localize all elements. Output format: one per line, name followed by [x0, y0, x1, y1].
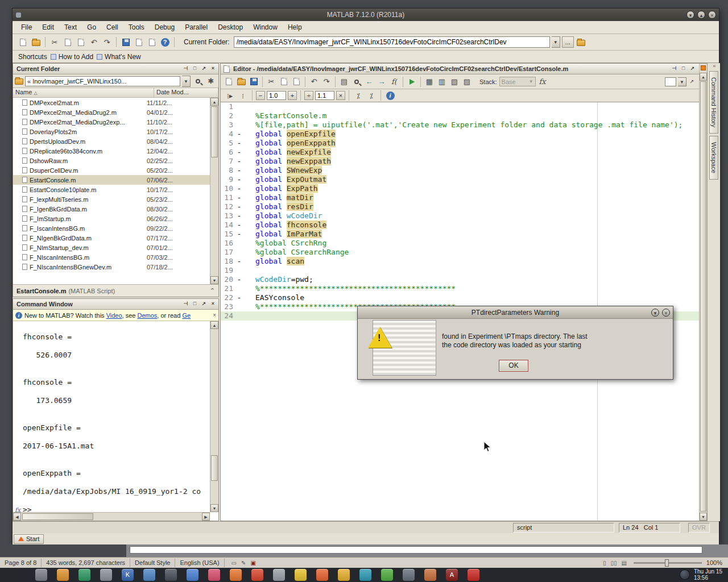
divide-value-button[interactable]: ÷ — [304, 91, 313, 100]
up-one-folder-icon[interactable] — [576, 36, 587, 48]
dialog-titlebar[interactable]: PTdirectParameters Warning ▾ × — [358, 306, 673, 319]
increment-value-field[interactable] — [267, 91, 286, 100]
increment-value-button[interactable]: + — [288, 91, 297, 100]
code-line[interactable]: 15-global ImParMat — [221, 230, 707, 239]
maximize-panel-icon[interactable]: □ — [680, 65, 687, 72]
breakpoint-column[interactable]: - — [235, 175, 243, 184]
multiply-value-button[interactable]: × — [336, 91, 345, 100]
taskbar-app-icon-18[interactable] — [403, 569, 415, 581]
breakpoint-column[interactable]: - — [235, 139, 243, 148]
code-line[interactable]: 1 — [221, 102, 707, 111]
breakpoint-column[interactable]: - — [235, 230, 243, 239]
code-line[interactable]: 18-global scan — [221, 257, 707, 266]
new-file-icon[interactable] — [223, 76, 234, 88]
breakpoint-column[interactable]: - — [235, 202, 243, 211]
zoom-slider[interactable] — [634, 562, 702, 564]
code-line[interactable]: 10-global ExpPath — [221, 184, 707, 193]
code-line[interactable]: 13-global wCodeDir — [221, 211, 707, 221]
mlint-warning-marker[interactable] — [701, 65, 706, 70]
editor-scrollbar[interactable]: ▲ ▼ — [699, 64, 707, 521]
undo-icon[interactable]: ↶ — [88, 36, 100, 48]
taskbar-app-icon-13[interactable] — [295, 569, 307, 581]
scroll-up-icon[interactable]: ▲ — [700, 73, 707, 81]
code-line[interactable]: 5-global openExppath — [221, 139, 707, 148]
code-line[interactable]: 11-global matDir — [221, 193, 707, 202]
breakpoint-column[interactable]: - — [235, 166, 243, 175]
scroll-thumb[interactable] — [22, 513, 93, 520]
menu-item-desktop[interactable]: Desktop — [213, 21, 248, 34]
breakpoint-column[interactable] — [235, 311, 243, 321]
file-row[interactable]: F_IscanIntensBG.m09/22/2... — [13, 223, 210, 233]
scroll-up-icon[interactable]: ▲ — [210, 321, 218, 329]
forward-icon[interactable]: → — [376, 76, 387, 88]
breakpoint-column[interactable]: - — [235, 211, 243, 221]
cut-icon[interactable]: ✂ — [266, 76, 277, 88]
writer-language[interactable]: English (USA) — [180, 559, 219, 566]
split-editor-icon[interactable] — [665, 77, 676, 86]
comment-icon[interactable]: ▨ — [461, 76, 473, 88]
scroll-left-icon[interactable]: ◀ — [13, 513, 21, 521]
dialog-close-button[interactable]: × — [662, 309, 670, 317]
file-row[interactable]: DMPexcel2mat_MediaDrug2.m04/01/2... — [13, 107, 210, 117]
file-row[interactable]: F_NIscanIntensBGnewDev.m07/18/2... — [13, 262, 210, 272]
help-icon[interactable]: ? — [159, 36, 171, 48]
editor-panel-title[interactable]: Editor - /media/data/EASY/InovImager_jwr… — [221, 64, 707, 74]
stack-select[interactable]: Base▼ — [499, 77, 536, 86]
dock-icon[interactable]: ⊣ — [182, 65, 189, 72]
taskbar-app-icon-6[interactable] — [143, 569, 155, 581]
cut-icon[interactable]: ✂ — [49, 36, 60, 48]
fx-icon[interactable]: fx — [537, 76, 548, 88]
copy-icon[interactable] — [278, 76, 289, 88]
banner-link[interactable]: Video — [106, 312, 122, 319]
zoom-slider-thumb[interactable] — [665, 559, 669, 567]
scroll-down-icon[interactable]: ▼ — [210, 504, 218, 512]
file-row[interactable]: DoverlayPlots2m10/17/2... — [13, 127, 210, 136]
command-window-vscrollbar[interactable]: ▲ ▼ — [210, 321, 218, 512]
file-row[interactable]: F_NImStartup_dev.m07/01/2... — [13, 243, 210, 252]
actions-gear-icon[interactable]: ✱ — [205, 76, 217, 87]
taskbar-app-icon-1[interactable] — [35, 569, 47, 581]
redo-icon[interactable]: ↷ — [321, 76, 332, 88]
taskbar-app-icon-14[interactable] — [316, 569, 328, 581]
menu-item-help[interactable]: Help — [283, 21, 307, 34]
taskbar-app-icon-11[interactable] — [251, 569, 263, 581]
profiler-icon[interactable] — [146, 36, 158, 48]
undo-icon[interactable]: ↶ — [308, 76, 320, 88]
folder-address-combo[interactable]: « InovImager_jwrCF_WINLinx150... — [25, 76, 180, 86]
multiplier-value-field[interactable] — [315, 91, 334, 100]
date-column-header[interactable]: Date Mod... — [154, 88, 218, 97]
cell-eval-icon[interactable]: ▥ — [436, 76, 448, 88]
open-file-icon[interactable] — [30, 36, 42, 48]
taskbar-app-icon-9[interactable] — [208, 569, 220, 581]
code-line[interactable]: 16%global CSrchRng — [221, 239, 707, 248]
menu-item-text[interactable]: Text — [59, 21, 82, 34]
dock-icon[interactable]: ⊣ — [671, 65, 678, 72]
minimize-button[interactable]: ▾ — [686, 11, 694, 19]
breakpoint-column[interactable] — [235, 120, 243, 130]
taskbar-app-icon-20[interactable]: A — [446, 569, 458, 581]
name-column-header[interactable]: Name △ — [13, 88, 154, 97]
scroll-up-icon[interactable]: ▲ — [210, 98, 218, 106]
code-line[interactable]: 4-global openExpfile — [221, 130, 707, 139]
file-row[interactable]: F_lexpMultiTseries.m05/23/2... — [13, 194, 210, 204]
file-row[interactable]: F_NIscanIntensBG.m07/03/2... — [13, 252, 210, 262]
scroll-thumb[interactable] — [211, 106, 218, 157]
writer-page-style[interactable]: Default Style — [135, 559, 170, 566]
find-icon[interactable] — [351, 76, 362, 88]
file-row[interactable]: F_NIgenBkGrdData.m07/17/2... — [13, 233, 210, 243]
breakpoint-column[interactable] — [235, 248, 243, 257]
taskbar-app-icon-4[interactable] — [100, 569, 112, 581]
menu-item-tools[interactable]: Tools — [123, 21, 150, 34]
open-file-icon[interactable] — [235, 76, 247, 88]
collapse-details-icon[interactable]: ⌃ — [210, 287, 215, 294]
close-button[interactable]: × — [708, 11, 716, 19]
menu-item-go[interactable]: Go — [82, 21, 101, 34]
dialog-rollup-button[interactable]: ▾ — [651, 309, 659, 317]
breakpoint-column[interactable]: - — [235, 130, 243, 139]
breakpoint-column[interactable]: - — [235, 293, 243, 302]
code-line[interactable]: 17%global CSrearchRange — [221, 248, 707, 257]
paste-icon[interactable] — [75, 36, 86, 48]
menu-item-parallel[interactable]: Parallel — [180, 21, 213, 34]
edit-mode-icon[interactable]: ✎ — [241, 560, 246, 566]
file-row[interactable]: EstartConsole.m07/06/2... — [13, 175, 210, 185]
